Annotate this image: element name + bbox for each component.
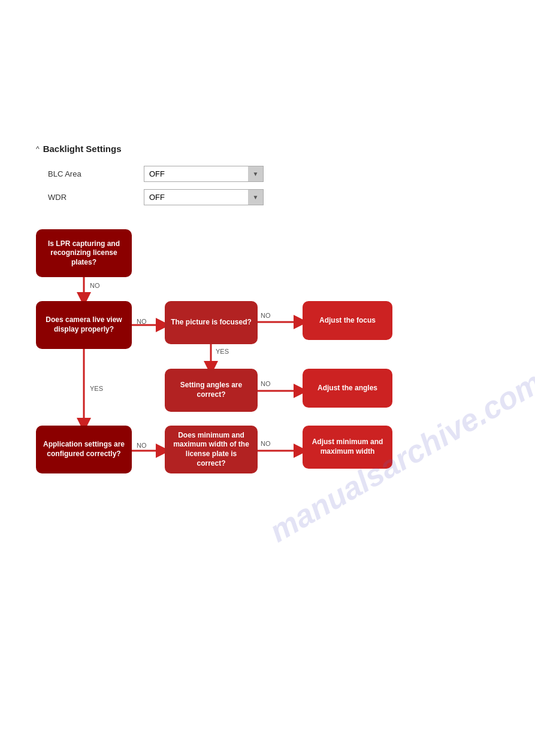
section-collapse-icon[interactable]: ^ xyxy=(36,145,40,153)
label-no-3: NO xyxy=(261,312,271,319)
fc-box-adjust-min-max: Adjust minimum and maximum width xyxy=(303,426,392,469)
label-no-8: NO xyxy=(261,440,271,447)
settings-table: BLC Area OFF ON WDR OFF ON xyxy=(48,166,499,205)
blc-area-select[interactable]: OFF ON xyxy=(144,166,264,182)
flowchart: manualsarchive.com xyxy=(36,229,485,487)
blc-area-label: BLC Area xyxy=(48,169,144,178)
fc-box-camera-view: Does camera live view display properly? xyxy=(36,301,132,349)
fc-box-adjust-focus: Adjust the focus xyxy=(303,301,392,340)
page-content: ^ Backlight Settings BLC Area OFF ON WDR… xyxy=(0,0,535,511)
wdr-label: WDR xyxy=(48,193,144,202)
label-no-5: NO xyxy=(261,380,271,387)
section-header: ^ Backlight Settings xyxy=(36,144,499,154)
blc-area-row: BLC Area OFF ON xyxy=(48,166,499,182)
fc-box-picture-focused: The picture is focused? xyxy=(165,301,258,344)
section-title: Backlight Settings xyxy=(43,144,122,154)
fc-box-min-max-width: Does minimum and maximum width of the li… xyxy=(165,426,258,473)
label-yes-6: YES xyxy=(90,385,103,392)
label-no-1: NO xyxy=(90,282,100,289)
fc-box-setting-angles: Setting angles are correct? xyxy=(165,369,258,412)
wdr-row: WDR OFF ON xyxy=(48,189,499,205)
fc-box-app-settings: Application settings are configured corr… xyxy=(36,426,132,473)
wdr-select-wrapper: OFF ON xyxy=(144,189,264,205)
wdr-select[interactable]: OFF ON xyxy=(144,189,264,205)
blc-area-select-wrapper: OFF ON xyxy=(144,166,264,182)
label-no-7: NO xyxy=(137,442,147,449)
label-no-2: NO xyxy=(137,318,147,325)
label-yes-4: YES xyxy=(216,348,229,355)
fc-box-lpr: Is LPR capturing and recognizing license… xyxy=(36,229,132,277)
fc-box-adjust-angles: Adjust the angles xyxy=(303,369,392,408)
